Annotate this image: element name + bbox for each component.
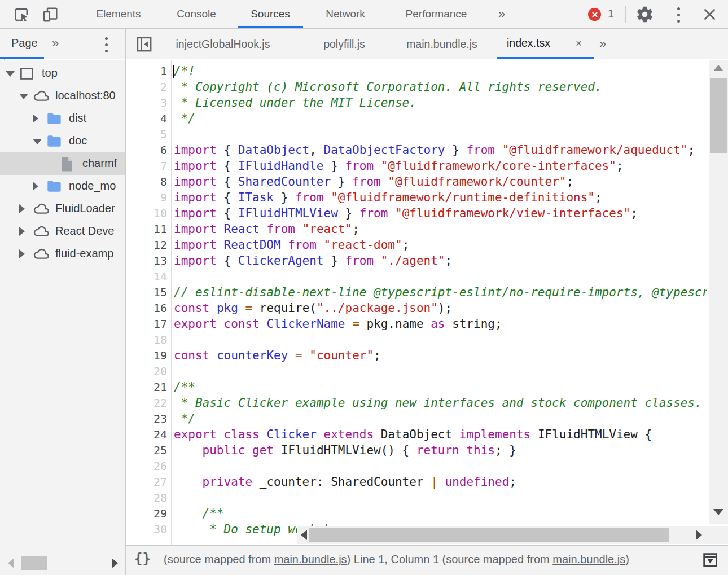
code-line[interactable]: import { ITask } from "@fluidframework/r… — [174, 190, 707, 205]
line-number[interactable]: 19 — [125, 348, 167, 363]
line-number[interactable]: 16 — [125, 300, 167, 316]
panel-tab-performance[interactable]: Performance — [394, 0, 479, 28]
panel-tab-sources[interactable]: Sources — [238, 0, 303, 28]
code-line[interactable] — [174, 363, 707, 379]
scroll-down-icon[interactable] — [713, 509, 723, 515]
code-line[interactable]: * Copyright (c) Microsoft Corporation. A… — [174, 79, 707, 95]
tree-item-react-deve[interactable]: React Deve — [0, 220, 125, 243]
expand-arrow-icon[interactable] — [19, 227, 25, 236]
code-line[interactable]: * Licensed under the MIT License. — [174, 95, 707, 111]
code-line[interactable]: const counterKey = "counter"; — [174, 348, 707, 363]
close-tab-icon[interactable]: × — [576, 37, 582, 50]
line-number[interactable]: 9 — [125, 190, 167, 205]
kebab-menu-icon[interactable] — [677, 7, 681, 26]
line-number[interactable]: 14 — [125, 269, 167, 284]
scrollbar-thumb[interactable] — [309, 528, 669, 542]
scroll-left-icon[interactable] — [8, 558, 14, 568]
code-line[interactable]: */ — [174, 411, 707, 427]
expand-arrow-icon[interactable] — [19, 204, 25, 213]
line-number[interactable]: 4 — [125, 111, 167, 126]
line-number[interactable]: 22 — [125, 395, 167, 411]
code-line[interactable]: import { DataObject, DataObjectFactory }… — [174, 142, 707, 158]
file-tab-index.tsx[interactable]: index.tsx× — [497, 29, 594, 59]
scrollbar-thumb[interactable] — [710, 78, 727, 153]
expand-arrow-icon[interactable] — [19, 249, 25, 258]
code-line[interactable]: /*! — [174, 63, 707, 79]
line-number[interactable]: 25 — [125, 442, 167, 458]
editor-hscrollbar[interactable] — [297, 526, 707, 544]
line-number[interactable]: 28 — [125, 490, 167, 506]
collapse-arrow-icon[interactable] — [19, 94, 28, 99]
scroll-up-icon[interactable] — [713, 65, 723, 71]
tree-item-dist[interactable]: dist — [0, 107, 125, 130]
code-line[interactable]: */ — [174, 111, 707, 126]
code-line[interactable]: import { IFluidHandle } from "@fluidfram… — [174, 158, 707, 174]
code-line[interactable]: const pkg = require("../package.json"); — [174, 300, 707, 316]
navigator-tab-page[interactable]: Page — [11, 37, 38, 50]
navigator-kebab-menu-icon[interactable] — [105, 37, 108, 56]
line-number[interactable]: 30 — [125, 521, 167, 537]
code-line[interactable] — [174, 332, 707, 348]
line-number[interactable]: 21 — [125, 379, 167, 395]
source-editor[interactable]: 1234567891011121314151617181920212223242… — [125, 60, 728, 545]
device-toolbar-icon[interactable] — [42, 6, 59, 23]
line-number[interactable]: 6 — [125, 142, 167, 158]
line-number[interactable]: 2 — [125, 79, 167, 95]
code-line[interactable] — [174, 126, 707, 142]
line-number[interactable]: 17 — [125, 316, 167, 332]
line-number[interactable]: 23 — [125, 411, 167, 427]
tree-item-charmf[interactable]: charmf — [0, 152, 125, 175]
line-number[interactable]: 5 — [125, 126, 167, 142]
error-badge-icon[interactable] — [588, 8, 601, 21]
more-panels-chevron-icon[interactable]: » — [490, 0, 512, 28]
panel-tab-console[interactable]: Console — [168, 0, 225, 28]
more-file-tabs-chevron-icon[interactable]: » — [599, 37, 605, 51]
line-number[interactable]: 15 — [125, 284, 167, 300]
line-number[interactable]: 10 — [125, 205, 167, 221]
code-line[interactable]: import ReactDOM from "react-dom"; — [174, 237, 707, 253]
code-line[interactable]: import { SharedCounter } from "@fluidfra… — [174, 174, 707, 190]
line-number[interactable]: 13 — [125, 253, 167, 269]
expand-arrow-icon[interactable] — [33, 182, 38, 191]
editor-vscrollbar[interactable] — [709, 60, 728, 524]
line-number[interactable]: 11 — [125, 221, 167, 237]
close-icon[interactable] — [702, 7, 717, 22]
code-line[interactable]: export const ClickerName = pkg.name as s… — [174, 316, 707, 332]
code-line[interactable]: import { IFluidHTMLView } from "@fluidfr… — [174, 205, 707, 221]
code-line[interactable]: * Basic Clicker example using new interf… — [174, 395, 707, 411]
line-number[interactable]: 26 — [125, 458, 167, 474]
expand-drawer-icon[interactable] — [702, 552, 718, 568]
code-line[interactable] — [174, 269, 707, 284]
tree-item-doc[interactable]: doc — [0, 130, 125, 152]
panel-divider[interactable] — [125, 29, 126, 575]
code-line[interactable]: // eslint-disable-next-line @typescript-… — [174, 284, 707, 300]
code-line[interactable]: import React from "react"; — [174, 221, 707, 237]
status-link[interactable]: main.bundle.js — [274, 553, 347, 565]
tree-item-node-mo[interactable]: node_mo — [0, 175, 125, 197]
code-line[interactable]: /** — [174, 506, 707, 521]
tree-item-top[interactable]: top — [0, 62, 125, 85]
scroll-left-icon[interactable] — [301, 530, 307, 540]
status-link[interactable]: main.bundle.js — [552, 553, 625, 565]
file-tab-main.bundle.js[interactable]: main.bundle.js — [389, 29, 494, 59]
line-number[interactable]: 3 — [125, 95, 167, 111]
collapse-arrow-icon[interactable] — [33, 139, 42, 144]
code-line[interactable]: import { ClickerAgent } from "./agent"; — [174, 253, 707, 269]
navigator-hscrollbar[interactable] — [0, 554, 125, 572]
line-number[interactable]: 7 — [125, 158, 167, 174]
expand-arrow-icon[interactable] — [33, 114, 38, 123]
inspect-icon[interactable] — [14, 6, 30, 23]
settings-gear-icon[interactable] — [635, 5, 654, 24]
line-number[interactable]: 27 — [125, 474, 167, 490]
code-line[interactable] — [174, 490, 707, 506]
file-tab-injectGlobalHook.js[interactable]: injectGlobalHook.js — [158, 29, 288, 59]
scrollbar-thumb[interactable] — [21, 556, 47, 570]
more-navigator-tabs-chevron-icon[interactable]: » — [52, 36, 58, 51]
code-line[interactable]: private _counter: SharedCounter | undefi… — [174, 474, 707, 490]
pretty-print-icon[interactable]: {} — [134, 551, 151, 567]
line-number[interactable]: 1 — [125, 63, 167, 79]
code-line[interactable]: /** — [174, 379, 707, 395]
code-line[interactable] — [174, 458, 707, 474]
scroll-right-icon[interactable] — [696, 530, 702, 540]
line-number[interactable]: 12 — [125, 237, 167, 253]
